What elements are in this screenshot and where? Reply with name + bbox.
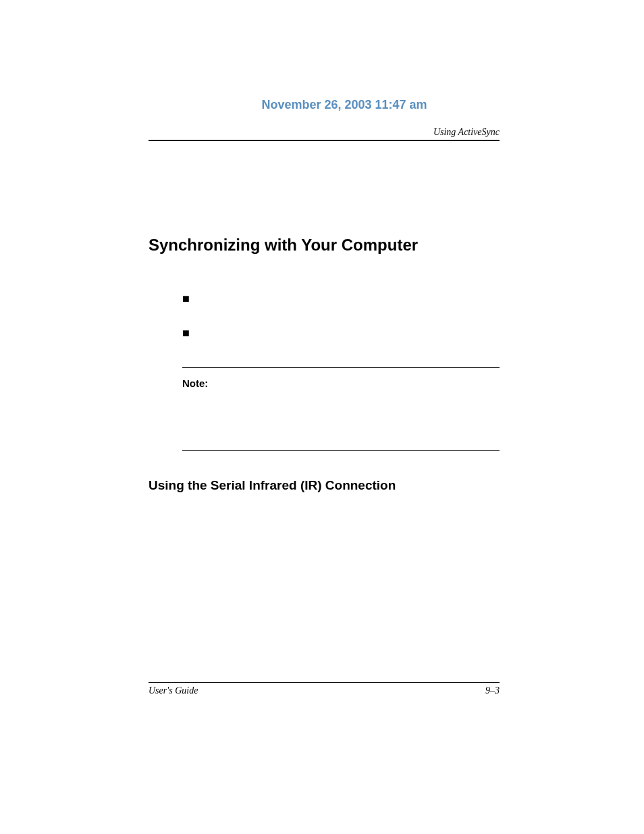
bullet-item: ■ — [182, 292, 500, 306]
page-footer: User's Guide 9–3 — [149, 682, 500, 696]
timestamp-header: November 26, 2003 11:47 am — [189, 98, 500, 112]
chapter-label: Using ActiveSync — [149, 127, 500, 138]
bullet-item: ■ — [182, 326, 500, 340]
note-box: Note: — [182, 367, 500, 451]
footer-page-number: 9–3 — [485, 685, 500, 696]
subsection-title: Using the Serial Infrared (IR) Connectio… — [149, 478, 500, 493]
footer-rule — [149, 682, 500, 683]
bullet-list: ■ ■ — [149, 292, 500, 340]
section-title: Synchronizing with Your Computer — [149, 236, 500, 255]
footer-left: User's Guide — [149, 685, 198, 696]
page-content-area: November 26, 2003 11:47 am Using ActiveS… — [149, 98, 500, 493]
note-label: Note: — [182, 377, 208, 389]
footer-row: User's Guide 9–3 — [149, 685, 500, 696]
header-rule — [149, 140, 500, 141]
